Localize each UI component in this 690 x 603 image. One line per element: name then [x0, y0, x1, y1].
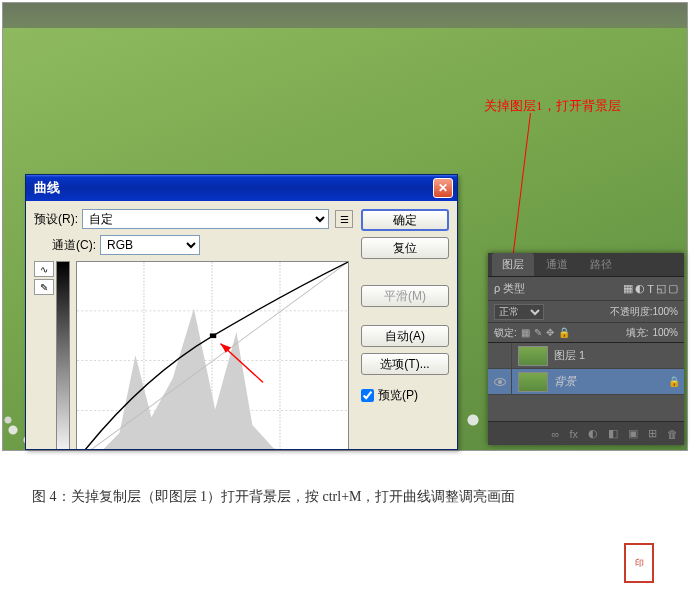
lock-icon: 🔒 [668, 376, 684, 387]
filter-type-icon[interactable]: T [647, 283, 654, 295]
close-icon: ✕ [438, 181, 448, 195]
filter-adjust-icon[interactable]: ◐ [635, 282, 645, 295]
opacity-value[interactable]: 100% [652, 306, 678, 317]
blend-mode-combo[interactable]: 正常 [494, 304, 544, 320]
layer-item-1[interactable]: 图层 1 [488, 343, 684, 369]
output-gradient [56, 261, 70, 450]
eye-icon [494, 378, 506, 386]
new-layer-icon[interactable]: ⊞ [648, 427, 657, 440]
lock-position-icon[interactable]: ✥ [546, 327, 554, 338]
seal-stamp: 印 [624, 543, 654, 583]
layer-list: 图层 1 背景 🔒 [488, 343, 684, 395]
opacity-label: 不透明度: [610, 305, 653, 319]
fx-icon[interactable]: fx [569, 428, 578, 440]
close-button[interactable]: ✕ [433, 178, 453, 198]
trash-icon[interactable]: 🗑 [667, 428, 678, 440]
preset-label: 预设(R): [34, 211, 78, 228]
channel-combo[interactable]: RGB [100, 235, 200, 255]
preset-menu-icon[interactable]: ☰ [335, 210, 353, 228]
tab-paths[interactable]: 路径 [580, 253, 622, 276]
layers-tabs: 图层 通道 路径 [488, 253, 684, 277]
adjustment-icon[interactable]: ◧ [608, 427, 618, 440]
lock-label: 锁定: [494, 326, 517, 340]
cancel-button[interactable]: 复位 [361, 237, 449, 259]
visibility-toggle[interactable] [488, 343, 512, 368]
tab-layers[interactable]: 图层 [492, 253, 534, 276]
curves-graph[interactable] [76, 261, 349, 450]
dialog-title: 曲线 [30, 179, 433, 197]
svg-rect-7 [210, 333, 216, 338]
preview-label: 预览(P) [378, 387, 418, 404]
group-icon[interactable]: ▣ [628, 427, 638, 440]
dialog-titlebar[interactable]: 曲线 ✕ [26, 175, 457, 201]
preset-combo[interactable]: 自定 [82, 209, 329, 229]
lock-transparent-icon[interactable]: ▦ [521, 327, 530, 338]
channel-label: 通道(C): [52, 237, 96, 254]
kind-label: ρ 类型 [494, 281, 525, 296]
layers-panel: 图层 通道 路径 ρ 类型 ▦ ◐ T ◱ ▢ 正常 不透明度: 100% 锁定… [488, 253, 684, 445]
layer-name[interactable]: 背景 [554, 374, 668, 389]
auto-button[interactable]: 自动(A) [361, 325, 449, 347]
annotation-text: 关掉图层1，打开背景层 [484, 97, 621, 115]
layers-footer: ∞ fx ◐ ◧ ▣ ⊞ 🗑 [488, 421, 684, 445]
lock-pixels-icon[interactable]: ✎ [534, 327, 542, 338]
visibility-toggle[interactable] [488, 369, 512, 394]
fill-value[interactable]: 100% [652, 327, 678, 338]
smooth-button: 平滑(M) [361, 285, 449, 307]
layer-thumbnail [518, 372, 548, 392]
curves-dialog: 曲线 ✕ 预设(R): 自定 ☰ 通道(C): RGB ∿ ✎ [25, 174, 458, 450]
preview-checkbox[interactable] [361, 389, 374, 402]
layer-thumbnail [518, 346, 548, 366]
lock-all-icon[interactable]: 🔒 [558, 327, 570, 338]
layer-item-background[interactable]: 背景 🔒 [488, 369, 684, 395]
filter-pixel-icon[interactable]: ▦ [623, 282, 633, 295]
tab-channels[interactable]: 通道 [536, 253, 578, 276]
ok-button[interactable]: 确定 [361, 209, 449, 231]
options-button[interactable]: 选项(T)... [361, 353, 449, 375]
mask-icon[interactable]: ◐ [588, 427, 598, 440]
filter-shape-icon[interactable]: ◱ [656, 282, 666, 295]
layer-name[interactable]: 图层 1 [554, 348, 684, 363]
filter-smart-icon[interactable]: ▢ [668, 282, 678, 295]
fill-label: 填充: [626, 326, 649, 340]
curve-point-tool[interactable]: ∿ [34, 261, 54, 277]
figure-caption: 图 4：关掉复制层（即图层 1）打开背景层，按 ctrl+M，打开曲线调整调亮画… [32, 488, 516, 506]
link-layers-icon[interactable]: ∞ [552, 428, 560, 440]
curve-pencil-tool[interactable]: ✎ [34, 279, 54, 295]
